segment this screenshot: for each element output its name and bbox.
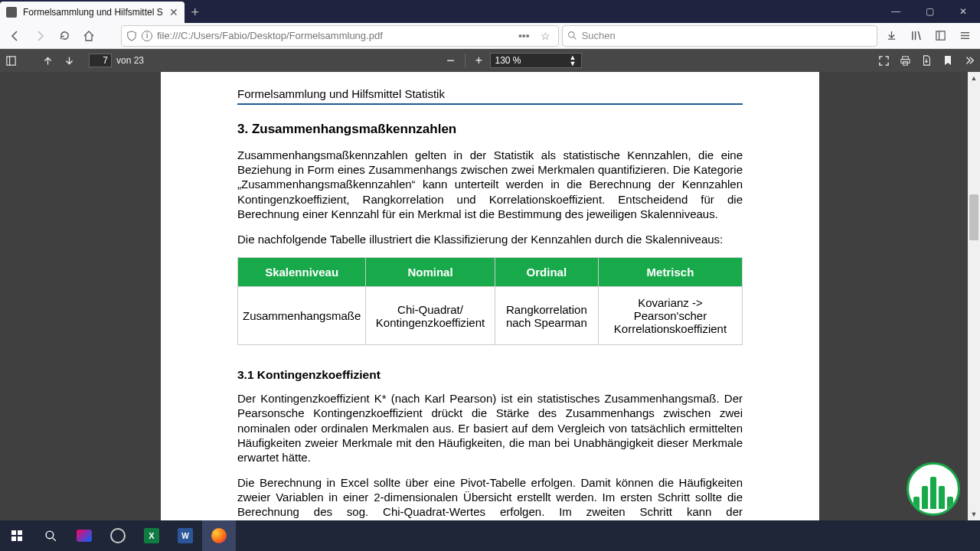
arrow-down-icon [64, 56, 74, 66]
svg-rect-5 [936, 31, 944, 40]
pdf-toolbar: von 23 − + 130 % ▲▼ [0, 49, 980, 72]
pdf-bookmark-button[interactable] [937, 50, 959, 71]
pdf-tools-button[interactable] [959, 50, 980, 71]
pdf-print-button[interactable] [894, 50, 916, 71]
panel-icon [5, 55, 17, 67]
pdf-favicon [6, 7, 17, 18]
taskbar-firefox[interactable] [202, 520, 236, 551]
pdf-sidebar-toggle[interactable] [0, 50, 21, 71]
pdf-download-button[interactable] [916, 50, 937, 71]
home-icon [83, 30, 95, 42]
pdf-next-page[interactable] [58, 50, 80, 71]
scroll-down-button[interactable]: ▼ [968, 508, 980, 520]
hamburger-icon [959, 30, 971, 41]
pdf-zoom-out[interactable]: − [440, 50, 462, 71]
pdf-zoom-select[interactable]: 130 % ▲▼ [490, 53, 582, 68]
reload-icon [59, 30, 70, 41]
nav-toolbar: i file:///C:/Users/Fabio/Desktop/Formels… [0, 23, 980, 49]
scroll-up-button[interactable]: ▲ [968, 72, 980, 84]
pdf-zoom-in[interactable]: + [469, 50, 490, 71]
pdf-viewport[interactable]: Formelsammlung und Hilfsmittel Statistik… [0, 72, 980, 520]
pdf-page: Formelsammlung und Hilfsmittel Statistik… [161, 72, 819, 520]
table-header: Metrisch [598, 258, 742, 287]
table-header: Ordinal [495, 258, 598, 287]
vertical-scrollbar[interactable]: ▲ ▼ [968, 72, 980, 520]
doc-header: Formelsammlung und Hilfsmittel Statistik [237, 87, 743, 105]
scroll-thumb[interactable] [969, 194, 978, 240]
download-icon [886, 30, 897, 41]
word-icon: W [178, 528, 193, 543]
info-icon[interactable]: i [142, 31, 152, 41]
taskbar-search[interactable] [34, 520, 67, 551]
library-icon [910, 30, 922, 41]
paragraph-1: Zusammenhangsmaßkennzahlen gelten in der… [237, 148, 743, 221]
library-button[interactable] [905, 25, 926, 47]
page-actions-icon[interactable]: ••• [515, 30, 533, 42]
firefox-icon [211, 528, 227, 543]
arrow-left-icon [9, 30, 21, 42]
table-cell: Rangkorrelation nach Spearman [495, 287, 598, 345]
pdf-page-count: von 23 [112, 55, 149, 66]
home-button[interactable] [78, 25, 100, 47]
search-placeholder: Suchen [582, 30, 616, 41]
svg-rect-18 [18, 536, 22, 541]
sidebar-icon [935, 30, 946, 41]
app-menu-button[interactable] [954, 25, 975, 47]
subsection-title: 3.1 Kontingenzkoeffizient [237, 368, 743, 382]
svg-point-19 [46, 531, 54, 539]
paragraph-2: Die nachfolgende Tabelle illustriert die… [237, 232, 743, 246]
snip-icon [77, 530, 92, 542]
taskbar-app-obs[interactable] [101, 520, 135, 551]
table-cell: Chi-Quadrat/ Kontingenzkoeffizient [366, 287, 495, 345]
taskbar-word[interactable]: W [168, 520, 202, 551]
window-close-button[interactable]: ✕ [946, 0, 980, 23]
print-icon [900, 55, 911, 67]
downloads-button[interactable] [880, 25, 902, 47]
windows-taskbar: X W [0, 520, 980, 551]
svg-rect-16 [18, 530, 22, 535]
back-button[interactable] [5, 25, 26, 47]
svg-rect-10 [6, 56, 15, 64]
watermark-logo [906, 462, 960, 516]
paragraph-3: Der Kontingenzkoeffizient K* (nach Karl … [237, 391, 743, 465]
pdf-prev-page[interactable] [37, 50, 58, 71]
new-tab-button[interactable]: + [185, 2, 206, 23]
fullscreen-icon [878, 55, 890, 67]
bookmark-icon [943, 55, 952, 66]
sidebar-button[interactable] [929, 25, 951, 47]
table-cell: Zusammenhangsmaße [238, 287, 366, 345]
search-bar[interactable]: Suchen [562, 25, 877, 47]
browser-tab-active[interactable]: Formelsammlung und Hilfsmittel S ✕ [0, 2, 185, 23]
pdf-zoom-value: 130 % [495, 55, 521, 66]
table-header: Nominal [366, 258, 495, 287]
tab-title: Formelsammlung und Hilfsmittel S [23, 7, 163, 18]
forward-button[interactable] [29, 25, 51, 47]
start-button[interactable] [0, 520, 34, 551]
address-bar[interactable]: i file:///C:/Users/Fabio/Desktop/Formels… [121, 25, 559, 47]
search-icon [567, 31, 577, 41]
section-title: 3. Zusammenhangsmaßkennzahlen [237, 122, 743, 137]
window-minimize-button[interactable]: — [879, 0, 913, 23]
svg-line-4 [918, 31, 920, 40]
tab-close-icon[interactable]: ✕ [169, 6, 178, 18]
taskbar-app-1[interactable] [67, 520, 101, 551]
shield-icon[interactable] [126, 31, 137, 41]
reload-button[interactable] [54, 25, 75, 47]
pdf-page-input[interactable] [89, 54, 112, 67]
svg-point-0 [568, 32, 573, 37]
pdf-presentation-button[interactable] [873, 50, 894, 71]
window-maximize-button[interactable]: ▢ [913, 0, 946, 23]
obs-icon [110, 528, 126, 543]
svg-rect-12 [902, 56, 908, 59]
file-download-icon [921, 55, 932, 66]
paragraph-4: Die Berechnung in Excel sollte über eine… [237, 475, 743, 520]
bookmark-star-icon[interactable]: ☆ [537, 30, 554, 42]
excel-icon: X [144, 528, 159, 543]
taskbar-excel[interactable]: X [135, 520, 168, 551]
svg-line-20 [52, 537, 55, 540]
chevrons-right-icon [964, 55, 975, 66]
table-cell: Kovarianz -> Pearson'scher Korrelationsk… [598, 287, 742, 345]
search-icon [44, 530, 57, 543]
svg-rect-15 [11, 530, 16, 535]
chevron-updown-icon: ▲▼ [570, 54, 577, 67]
